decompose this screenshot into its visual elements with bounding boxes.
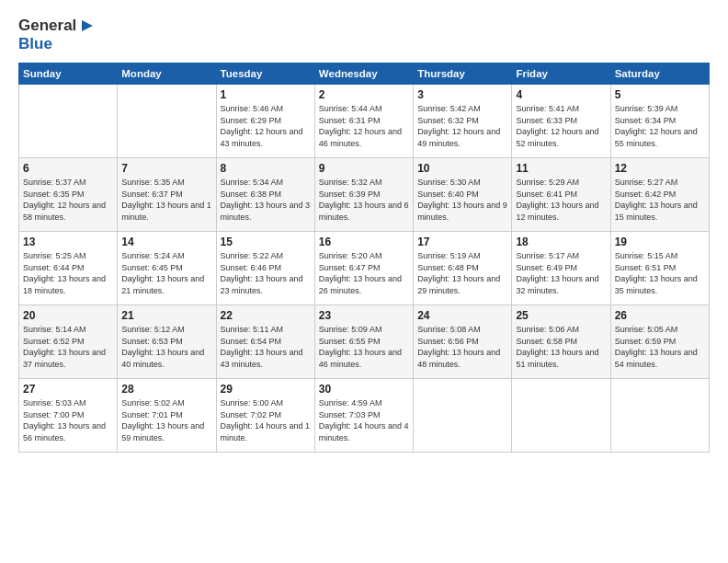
day-info: Sunrise: 5:19 AMSunset: 6:48 PMDaylight:… xyxy=(417,250,507,296)
page: General Blue SundayMondayTuesdayWednesda… xyxy=(0,0,728,563)
day-info: Sunrise: 5:24 AMSunset: 6:45 PMDaylight:… xyxy=(121,250,211,296)
day-number: 4 xyxy=(516,88,606,101)
calendar-table: SundayMondayTuesdayWednesdayThursdayFrid… xyxy=(18,63,710,453)
calendar-cell: 10Sunrise: 5:30 AMSunset: 6:40 PMDayligh… xyxy=(414,158,512,232)
day-number: 5 xyxy=(615,88,705,101)
calendar-cell: 25Sunrise: 5:06 AMSunset: 6:58 PMDayligh… xyxy=(512,305,610,379)
day-number: 9 xyxy=(319,162,409,175)
calendar-cell: 9Sunrise: 5:32 AMSunset: 6:39 PMDaylight… xyxy=(314,158,413,232)
calendar-cell: 24Sunrise: 5:08 AMSunset: 6:56 PMDayligh… xyxy=(414,305,512,379)
logo-general: General xyxy=(18,17,76,35)
day-info: Sunrise: 5:03 AMSunset: 7:00 PMDaylight:… xyxy=(23,397,113,443)
calendar-cell xyxy=(414,379,512,453)
day-number: 28 xyxy=(121,383,211,396)
day-number: 3 xyxy=(417,88,507,101)
day-info: Sunrise: 5:44 AMSunset: 6:31 PMDaylight:… xyxy=(319,103,409,149)
day-info: Sunrise: 5:05 AMSunset: 6:59 PMDaylight:… xyxy=(615,324,705,370)
day-number: 22 xyxy=(221,309,311,322)
weekday-header-wednesday: Wednesday xyxy=(314,63,413,85)
day-info: Sunrise: 5:37 AMSunset: 6:35 PMDaylight:… xyxy=(23,177,113,223)
day-info: Sunrise: 5:39 AMSunset: 6:34 PMDaylight:… xyxy=(615,103,705,149)
day-number: 13 xyxy=(23,236,113,248)
day-number: 1 xyxy=(221,88,311,101)
weekday-header-tuesday: Tuesday xyxy=(216,63,314,85)
weekday-header-sunday: Sunday xyxy=(19,63,118,85)
calendar-cell: 15Sunrise: 5:22 AMSunset: 6:46 PMDayligh… xyxy=(216,232,314,305)
day-info: Sunrise: 5:08 AMSunset: 6:56 PMDaylight:… xyxy=(417,324,507,370)
calendar-cell: 19Sunrise: 5:15 AMSunset: 6:51 PMDayligh… xyxy=(610,232,709,305)
day-info: Sunrise: 4:59 AMSunset: 7:03 PMDaylight:… xyxy=(319,397,409,443)
calendar-cell: 6Sunrise: 5:37 AMSunset: 6:35 PMDaylight… xyxy=(19,158,118,232)
calendar-cell: 29Sunrise: 5:00 AMSunset: 7:02 PMDayligh… xyxy=(216,379,314,453)
day-info: Sunrise: 5:06 AMSunset: 6:58 PMDaylight:… xyxy=(516,324,606,370)
day-number: 30 xyxy=(319,383,409,396)
calendar-cell: 18Sunrise: 5:17 AMSunset: 6:49 PMDayligh… xyxy=(512,232,610,305)
day-info: Sunrise: 5:41 AMSunset: 6:33 PMDaylight:… xyxy=(516,103,606,149)
day-number: 27 xyxy=(23,383,113,396)
day-info: Sunrise: 5:00 AMSunset: 7:02 PMDaylight:… xyxy=(221,397,311,443)
day-number: 12 xyxy=(615,162,705,175)
day-number: 2 xyxy=(319,88,409,101)
day-info: Sunrise: 5:30 AMSunset: 6:40 PMDaylight:… xyxy=(417,177,507,223)
day-number: 7 xyxy=(121,162,211,175)
calendar-cell: 3Sunrise: 5:42 AMSunset: 6:32 PMDaylight… xyxy=(414,85,512,158)
calendar-cell: 27Sunrise: 5:03 AMSunset: 7:00 PMDayligh… xyxy=(19,379,118,453)
day-info: Sunrise: 5:34 AMSunset: 6:38 PMDaylight:… xyxy=(221,177,311,223)
weekday-row: SundayMondayTuesdayWednesdayThursdayFrid… xyxy=(19,63,710,85)
logo: General Blue xyxy=(18,17,93,53)
day-number: 19 xyxy=(615,236,705,248)
calendar-cell: 22Sunrise: 5:11 AMSunset: 6:54 PMDayligh… xyxy=(216,305,314,379)
calendar-cell: 12Sunrise: 5:27 AMSunset: 6:42 PMDayligh… xyxy=(610,158,709,232)
day-info: Sunrise: 5:27 AMSunset: 6:42 PMDaylight:… xyxy=(615,177,705,223)
day-number: 29 xyxy=(221,383,311,396)
day-number: 23 xyxy=(319,309,409,322)
calendar-cell: 23Sunrise: 5:09 AMSunset: 6:55 PMDayligh… xyxy=(314,305,413,379)
day-info: Sunrise: 5:11 AMSunset: 6:54 PMDaylight:… xyxy=(221,324,311,370)
day-number: 24 xyxy=(417,309,507,322)
calendar-week-5: 27Sunrise: 5:03 AMSunset: 7:00 PMDayligh… xyxy=(19,379,710,453)
day-info: Sunrise: 5:46 AMSunset: 6:29 PMDaylight:… xyxy=(221,103,311,149)
day-number: 6 xyxy=(23,162,113,175)
day-info: Sunrise: 5:09 AMSunset: 6:55 PMDaylight:… xyxy=(319,324,409,370)
day-info: Sunrise: 5:14 AMSunset: 6:52 PMDaylight:… xyxy=(23,324,113,370)
svg-marker-0 xyxy=(82,20,93,31)
day-number: 14 xyxy=(121,236,211,248)
calendar-cell: 21Sunrise: 5:12 AMSunset: 6:53 PMDayligh… xyxy=(118,305,216,379)
calendar-week-1: 1Sunrise: 5:46 AMSunset: 6:29 PMDaylight… xyxy=(19,85,710,158)
day-number: 20 xyxy=(23,309,113,322)
day-info: Sunrise: 5:29 AMSunset: 6:41 PMDaylight:… xyxy=(516,177,606,223)
weekday-header-saturday: Saturday xyxy=(610,63,709,85)
calendar-cell: 17Sunrise: 5:19 AMSunset: 6:48 PMDayligh… xyxy=(414,232,512,305)
day-number: 16 xyxy=(319,236,409,248)
day-info: Sunrise: 5:12 AMSunset: 6:53 PMDaylight:… xyxy=(121,324,211,370)
day-info: Sunrise: 5:22 AMSunset: 6:46 PMDaylight:… xyxy=(221,250,311,296)
calendar-cell: 26Sunrise: 5:05 AMSunset: 6:59 PMDayligh… xyxy=(610,305,709,379)
day-info: Sunrise: 5:35 AMSunset: 6:37 PMDaylight:… xyxy=(121,177,211,223)
day-number: 18 xyxy=(516,236,606,248)
calendar-cell: 11Sunrise: 5:29 AMSunset: 6:41 PMDayligh… xyxy=(512,158,610,232)
day-number: 21 xyxy=(121,309,211,322)
weekday-header-monday: Monday xyxy=(118,63,216,85)
day-info: Sunrise: 5:20 AMSunset: 6:47 PMDaylight:… xyxy=(319,250,409,296)
calendar-week-4: 20Sunrise: 5:14 AMSunset: 6:52 PMDayligh… xyxy=(19,305,710,379)
calendar-cell: 30Sunrise: 4:59 AMSunset: 7:03 PMDayligh… xyxy=(314,379,413,453)
day-number: 8 xyxy=(221,162,311,175)
day-number: 25 xyxy=(516,309,606,322)
day-info: Sunrise: 5:32 AMSunset: 6:39 PMDaylight:… xyxy=(319,177,409,223)
calendar-cell: 5Sunrise: 5:39 AMSunset: 6:34 PMDaylight… xyxy=(610,85,709,158)
calendar-week-3: 13Sunrise: 5:25 AMSunset: 6:44 PMDayligh… xyxy=(19,232,710,305)
calendar-cell: 2Sunrise: 5:44 AMSunset: 6:31 PMDaylight… xyxy=(314,85,413,158)
calendar-cell: 4Sunrise: 5:41 AMSunset: 6:33 PMDaylight… xyxy=(512,85,610,158)
weekday-header-friday: Friday xyxy=(512,63,610,85)
calendar-cell: 16Sunrise: 5:20 AMSunset: 6:47 PMDayligh… xyxy=(314,232,413,305)
calendar-cell: 14Sunrise: 5:24 AMSunset: 6:45 PMDayligh… xyxy=(118,232,216,305)
day-info: Sunrise: 5:17 AMSunset: 6:49 PMDaylight:… xyxy=(516,250,606,296)
logo-triangle-icon xyxy=(78,18,93,33)
calendar-header: SundayMondayTuesdayWednesdayThursdayFrid… xyxy=(19,63,710,85)
logo-blue: Blue xyxy=(18,35,52,52)
calendar-cell: 8Sunrise: 5:34 AMSunset: 6:38 PMDaylight… xyxy=(216,158,314,232)
calendar-cell: 20Sunrise: 5:14 AMSunset: 6:52 PMDayligh… xyxy=(19,305,118,379)
day-number: 17 xyxy=(417,236,507,248)
weekday-header-thursday: Thursday xyxy=(414,63,512,85)
calendar-cell: 7Sunrise: 5:35 AMSunset: 6:37 PMDaylight… xyxy=(118,158,216,232)
